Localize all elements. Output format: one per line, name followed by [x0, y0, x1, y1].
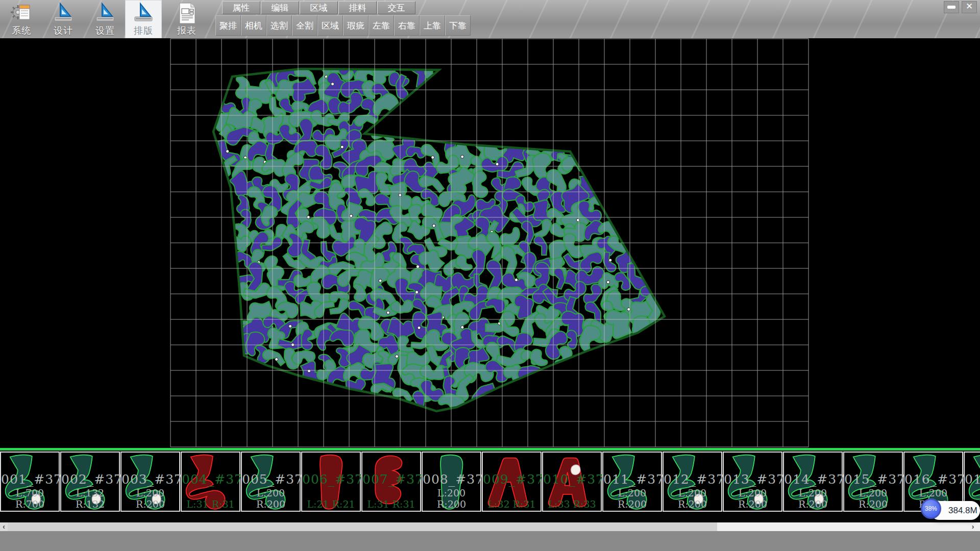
- piece-measurements: L:200 R:200: [664, 487, 721, 510]
- piece-label: 004_#37: [182, 472, 239, 487]
- tool-item-7[interactable]: 左靠: [369, 15, 394, 36]
- piece-label: 013_#37: [724, 472, 781, 487]
- report-doc-icon: [168, 2, 205, 24]
- piece-thumbnail-12[interactable]: 012_#37L:200 R:200: [663, 452, 722, 512]
- mode-button-label: 设计: [45, 24, 82, 37]
- mode-button-label: 报表: [168, 24, 205, 37]
- tool-item-2[interactable]: 相机: [241, 15, 266, 36]
- top-toolbar: 系统设计设置排版报表 属性编辑区域排料交互 聚排相机选割全割区域瑕疵左靠右靠上靠…: [0, 0, 980, 38]
- piece-measurements: L:200 R:200: [242, 487, 300, 510]
- window-controls: ✕: [944, 1, 977, 13]
- scrollbar-thumb[interactable]: [8, 522, 717, 531]
- tool-item-1[interactable]: 聚排: [215, 15, 241, 36]
- minimize-button[interactable]: [944, 1, 959, 13]
- tool-row: 聚排相机选割全割区域瑕疵左靠右靠上靠下靠: [215, 15, 471, 36]
- piece-measurements: L:200 R:200: [423, 487, 480, 510]
- strip-bottom-gap: [0, 512, 980, 522]
- piece-measurements: L:200 R:200: [724, 487, 781, 510]
- piece-measurements: L:200 R:200: [121, 487, 179, 510]
- piece-thumbnail-8[interactable]: 008_#37L:200 R:200: [422, 452, 481, 512]
- piece-thumbnail-strip: 001_#37L:700 R:700002_#37L:132 R:132003_…: [0, 450, 980, 512]
- mode-button-label: 系统: [3, 24, 40, 37]
- horizontal-scrollbar[interactable]: ‹ ›: [0, 522, 980, 531]
- piece-label: 015_#37: [844, 472, 902, 487]
- piece-measurements: L:200 R:200: [603, 487, 661, 510]
- piece-thumbnail-3[interactable]: 003_#37L:200 R:200: [120, 452, 180, 512]
- piece-label: 012_#37: [664, 472, 721, 487]
- piece-thumbnail-10[interactable]: 010_#37L:33 R:33: [542, 452, 602, 512]
- tool-item-8[interactable]: 右靠: [394, 15, 420, 36]
- piece-label: 009_#37: [483, 472, 541, 487]
- menu-item-2[interactable]: 编辑: [261, 1, 299, 14]
- mode-button-2[interactable]: 设计: [45, 0, 82, 38]
- piece-label: 008_#37: [423, 472, 480, 487]
- mode-button-3[interactable]: 设置: [87, 0, 124, 38]
- piece-label: 016_#37: [904, 472, 962, 487]
- menu-item-1[interactable]: 属性: [222, 1, 260, 14]
- status-bar: [0, 531, 980, 551]
- app-window: 系统设计设置排版报表 属性编辑区域排料交互 聚排相机选割全割区域瑕疵左靠右靠上靠…: [0, 0, 980, 551]
- mode-button-1[interactable]: 系统: [3, 0, 40, 38]
- piece-measurements: L:200 R:200: [784, 487, 842, 510]
- piece-thumbnail-14[interactable]: 014_#37L:200 R:200: [783, 452, 843, 512]
- piece-thumbnail-9[interactable]: 009_#37L:32 R:31: [482, 452, 542, 512]
- piece-label: 011_#37: [603, 472, 661, 487]
- piece-label: 003_#37: [121, 472, 179, 487]
- piece-label: 001_#37: [1, 472, 59, 487]
- menu-item-5[interactable]: 交互: [377, 1, 415, 14]
- mode-button-label: 设置: [87, 24, 124, 37]
- piece-measurements: L:33 R:33: [543, 498, 601, 510]
- piece-thumbnail-7[interactable]: 007_#37L:31 R:31: [361, 452, 421, 512]
- minimize-icon: [947, 6, 955, 9]
- piece-thumbnail-2[interactable]: 002_#37L:132 R:132: [60, 452, 120, 512]
- tool-item-3[interactable]: 选割: [266, 15, 292, 36]
- mode-button-4[interactable]: 排版: [125, 0, 162, 38]
- mode-button-5[interactable]: 报表: [168, 0, 205, 38]
- nested-pieces: [212, 55, 669, 418]
- piece-thumbnail-6[interactable]: 006_#37L:21 R:21: [301, 452, 361, 512]
- piece-thumbnail-4[interactable]: 004_#37L:31 R:31: [181, 452, 240, 512]
- scroll-left-arrow-icon[interactable]: ‹: [0, 522, 8, 531]
- piece-measurements: L:200 R:200: [844, 487, 902, 510]
- mode-button-label: 排版: [125, 24, 162, 37]
- memory-percent: 38%: [921, 498, 941, 519]
- piece-label: 010_#37: [543, 472, 601, 487]
- piece-thumbnail-1[interactable]: 001_#37L:700 R:700: [0, 452, 60, 512]
- memory-badge[interactable]: 384.8M 38%: [919, 497, 980, 523]
- nesting-canvas[interactable]: [0, 38, 980, 448]
- tool-item-5[interactable]: 区域: [317, 15, 343, 36]
- piece-thumbnail-11[interactable]: 011_#37L:200 R:200: [602, 452, 662, 512]
- nesting-canvas-svg: [0, 38, 980, 448]
- menu-item-3[interactable]: 区域: [300, 1, 338, 14]
- piece-measurements: L:700 R:700: [1, 487, 59, 510]
- piece-thumbnail-13[interactable]: 013_#37L:200 R:200: [723, 452, 782, 512]
- gear-doc-icon: [3, 2, 40, 24]
- tool-item-10[interactable]: 下靠: [445, 15, 471, 36]
- piece-label: 017_#37: [965, 472, 980, 487]
- piece-label: 002_#37: [61, 472, 119, 487]
- piece-measurements: L:21 R:21: [302, 498, 360, 510]
- tool-item-4[interactable]: 全割: [292, 15, 317, 36]
- menu-row: 属性编辑区域排料交互: [222, 1, 416, 14]
- piece-thumbnail-5[interactable]: 005_#37L:200 R:200: [241, 452, 301, 512]
- piece-measurements: L:31 R:31: [182, 498, 239, 510]
- piece-label: 007_#37: [362, 472, 420, 487]
- set-square-icon: [125, 2, 162, 24]
- piece-label: 005_#37: [242, 472, 300, 487]
- menu-item-4[interactable]: 排料: [338, 1, 377, 14]
- piece-thumbnail-15[interactable]: 015_#37L:200 R:200: [843, 452, 903, 512]
- scroll-right-arrow-icon[interactable]: ›: [969, 522, 977, 531]
- tool-item-9[interactable]: 上靠: [420, 15, 445, 36]
- close-button[interactable]: ✕: [962, 1, 977, 13]
- piece-measurements: L:32 R:31: [483, 498, 541, 510]
- piece-measurements: L:132 R:132: [61, 487, 119, 510]
- piece-label: 014_#37: [784, 472, 842, 487]
- tool-item-6[interactable]: 瑕疵: [343, 15, 369, 36]
- set-square-icon: [87, 2, 124, 24]
- piece-measurements: L:31 R:31: [362, 498, 420, 510]
- piece-label: 006_#37: [302, 472, 360, 487]
- set-square-icon: [45, 2, 82, 24]
